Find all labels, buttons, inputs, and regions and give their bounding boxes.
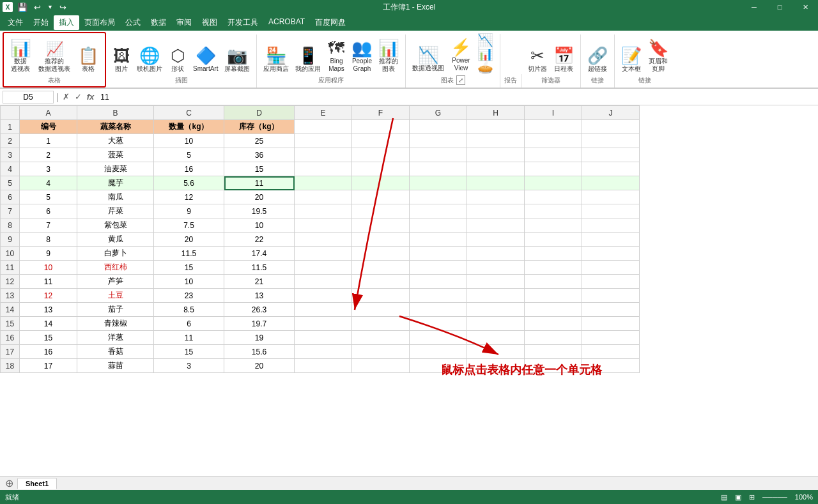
cell-empty[interactable]	[352, 247, 410, 261]
cell-empty[interactable]	[525, 218, 582, 233]
cell-empty[interactable]	[467, 275, 525, 289]
cell-empty[interactable]	[295, 261, 352, 275]
cell-D9[interactable]: 22	[224, 233, 295, 247]
cell-A18[interactable]: 17	[20, 359, 77, 373]
cell-empty[interactable]	[410, 289, 467, 303]
cell-empty[interactable]	[295, 303, 352, 317]
formula-input[interactable]	[98, 93, 815, 102]
cell-empty[interactable]	[582, 345, 640, 359]
cell-empty[interactable]	[410, 176, 467, 190]
bing-maps-btn[interactable]: 🗺 BingMaps	[325, 34, 348, 74]
cell-B13[interactable]: 土豆	[77, 289, 154, 303]
cell-C16[interactable]: 11	[154, 331, 224, 345]
online-picture-btn[interactable]: 🌐 联机图片	[134, 34, 165, 74]
cell-empty[interactable]	[525, 233, 582, 247]
cell-empty[interactable]	[410, 120, 467, 134]
cell-empty[interactable]	[525, 275, 582, 289]
cell-empty[interactable]	[525, 162, 582, 176]
cell-D14[interactable]: 26.3	[224, 303, 295, 317]
cell-D5[interactable]: 11	[224, 176, 295, 190]
cell-D12[interactable]: 21	[224, 275, 295, 289]
cell-C1[interactable]: 数量（kg）	[154, 120, 224, 134]
cell-A17[interactable]: 16	[20, 345, 77, 359]
cell-empty[interactable]	[352, 190, 410, 204]
cell-empty[interactable]	[410, 317, 467, 331]
cancel-icon[interactable]: ✗	[61, 92, 71, 102]
slicer-btn[interactable]: ✂ 切片器	[525, 34, 550, 74]
menu-item-插入[interactable]: 插入	[54, 15, 79, 30]
cell-B17[interactable]: 香菇	[77, 345, 154, 359]
cell-A14[interactable]: 13	[20, 303, 77, 317]
cell-empty[interactable]	[352, 204, 410, 218]
cell-empty[interactable]	[525, 359, 582, 373]
cell-empty[interactable]	[525, 345, 582, 359]
cell-empty[interactable]	[352, 134, 410, 148]
cell-empty[interactable]	[467, 233, 525, 247]
cell-D6[interactable]: 20	[224, 190, 295, 204]
cell-empty[interactable]	[525, 247, 582, 261]
cell-empty[interactable]	[352, 261, 410, 275]
cell-empty[interactable]	[582, 317, 640, 331]
cell-B12[interactable]: 芦笋	[77, 275, 154, 289]
cell-empty[interactable]	[410, 247, 467, 261]
cell-empty[interactable]	[467, 134, 525, 148]
cell-B16[interactable]: 洋葱	[77, 331, 154, 345]
cell-empty[interactable]	[295, 233, 352, 247]
cell-empty[interactable]	[467, 176, 525, 190]
cell-empty[interactable]	[525, 134, 582, 148]
cell-empty[interactable]	[295, 218, 352, 233]
cell-empty[interactable]	[352, 289, 410, 303]
cell-B5[interactable]: 魔芋	[77, 176, 154, 190]
cell-empty[interactable]	[467, 317, 525, 331]
cell-D4[interactable]: 15	[224, 162, 295, 176]
cell-C13[interactable]: 23	[154, 289, 224, 303]
cell-empty[interactable]	[467, 148, 525, 162]
cell-empty[interactable]	[410, 261, 467, 275]
cell-empty[interactable]	[295, 204, 352, 218]
zoom-slider[interactable]: ─────	[762, 493, 787, 501]
cell-empty[interactable]	[352, 233, 410, 247]
cell-C7[interactable]: 9	[154, 204, 224, 218]
col-I[interactable]: I	[525, 106, 582, 120]
cell-B4[interactable]: 油麦菜	[77, 162, 154, 176]
cell-empty[interactable]	[467, 247, 525, 261]
cell-C9[interactable]: 20	[154, 233, 224, 247]
cell-B9[interactable]: 黄瓜	[77, 233, 154, 247]
cell-C12[interactable]: 10	[154, 275, 224, 289]
cell-B2[interactable]: 大葱	[77, 134, 154, 148]
my-apps-btn[interactable]: 📱 我的应用	[293, 34, 323, 74]
cell-empty[interactable]	[467, 204, 525, 218]
smartart-btn[interactable]: 🔷 SmartArt	[190, 34, 220, 74]
cell-empty[interactable]	[410, 218, 467, 233]
menu-item-开始[interactable]: 开始	[28, 15, 54, 30]
screenshot-btn[interactable]: 📷 屏幕截图	[222, 34, 252, 74]
cell-D13[interactable]: 13	[224, 289, 295, 303]
cell-empty[interactable]	[410, 148, 467, 162]
cell-A16[interactable]: 15	[20, 331, 77, 345]
cell-B10[interactable]: 白萝卜	[77, 247, 154, 261]
cell-empty[interactable]	[410, 359, 467, 373]
col-F[interactable]: F	[352, 106, 410, 120]
cell-empty[interactable]	[582, 275, 640, 289]
cell-empty[interactable]	[410, 190, 467, 204]
cell-empty[interactable]	[525, 331, 582, 345]
app-store-btn[interactable]: 🏪 应用商店	[261, 34, 291, 74]
cell-C18[interactable]: 3	[154, 359, 224, 373]
cell-C14[interactable]: 8.5	[154, 303, 224, 317]
cell-empty[interactable]	[582, 247, 640, 261]
cell-empty[interactable]	[525, 317, 582, 331]
cell-empty[interactable]	[467, 345, 525, 359]
cell-empty[interactable]	[467, 331, 525, 345]
col-A[interactable]: A	[20, 106, 77, 120]
undo-quick-btn[interactable]: ↩	[32, 1, 43, 13]
cell-empty[interactable]	[410, 275, 467, 289]
cell-C3[interactable]: 5	[154, 148, 224, 162]
cell-D7[interactable]: 19.5	[224, 204, 295, 218]
menu-item-ACROBAT[interactable]: ACROBAT	[263, 15, 310, 30]
cell-A9[interactable]: 8	[20, 233, 77, 247]
cell-empty[interactable]	[352, 218, 410, 233]
cell-A11[interactable]: 10	[20, 261, 77, 275]
cell-C2[interactable]: 10	[154, 134, 224, 148]
cell-empty[interactable]	[295, 317, 352, 331]
cell-empty[interactable]	[295, 359, 352, 373]
